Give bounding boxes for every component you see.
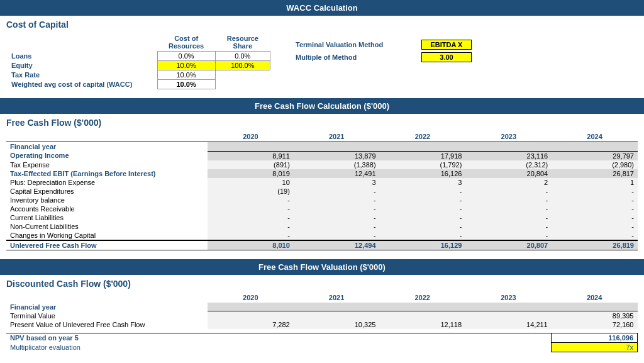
row-label: Present Value of Unlevered Free Cash Flo… — [6, 320, 208, 329]
multiple-value[interactable]: 3.00 — [421, 52, 472, 62]
unlevered-fcf-row: Unlevered Free Cash Flow 8,010 12,494 16… — [6, 240, 638, 250]
table-row: Inventory balance - - - - - — [6, 196, 638, 204]
cell-val: 20,807 — [465, 240, 552, 250]
table-row: Operating Income 8,911 13,879 17,918 23,… — [6, 151, 638, 160]
cell-val: 23,116 — [465, 151, 552, 160]
cell-val: 16,126 — [380, 169, 466, 178]
cell-val: 8,010 — [208, 240, 294, 250]
row-label-inventory: Inventory balance — [6, 196, 208, 204]
npv-value: 116,096 — [552, 333, 638, 342]
cell-val: 72,160 — [552, 320, 638, 329]
cell-val: 12,118 — [379, 320, 465, 329]
cell-val: 26,817 — [552, 169, 638, 178]
row-label: Terminal Value — [6, 311, 208, 321]
cell-val: - — [294, 204, 380, 213]
cell-val: - — [294, 187, 380, 196]
dcf-col-2024: 2024 — [552, 293, 638, 303]
dcf-col-2021: 2021 — [294, 293, 380, 303]
fcf-col-label — [6, 131, 208, 142]
row-label: Non-Current Liabilities — [6, 222, 208, 231]
cell-val: - — [465, 204, 552, 213]
cell-val: (19) — [208, 187, 294, 196]
wacc-col-share: Resource Share — [215, 33, 270, 52]
dcf-col-label — [6, 293, 208, 303]
multiple-row: Multiple of Method 3.00 — [296, 52, 638, 62]
cell-val: 13,879 — [294, 151, 380, 160]
cell-val: 12,494 — [294, 240, 380, 250]
cell-val: - — [294, 196, 380, 204]
cell-val: (1,388) — [294, 160, 380, 169]
cell-val: - — [294, 213, 380, 222]
cell-val: - — [380, 231, 466, 240]
cell-val: (2,312) — [465, 160, 552, 169]
fcf-col-2020: 2020 — [208, 131, 294, 142]
cell-val: 17,918 — [380, 151, 466, 160]
row-label: Weighted avg cost of capital (WACC) — [6, 80, 157, 89]
table-row: Financial year — [6, 303, 638, 311]
cell-val: - — [552, 213, 638, 222]
table-row: Current Liabilities - - - - - — [6, 213, 638, 222]
cell-val: - — [294, 231, 380, 240]
row-label: Loans — [6, 52, 157, 61]
fcf-col-2022: 2022 — [380, 131, 466, 142]
cell-val: - — [380, 187, 466, 196]
cell-val: - — [465, 213, 552, 222]
loans-cost[interactable]: 0.0% — [157, 52, 215, 61]
multiple-label: Multiple of Method — [296, 53, 421, 61]
cell-val: - — [552, 187, 638, 196]
terminal-method-label: Terminal Valuation Method — [296, 41, 421, 48]
table-row: Financial year — [6, 142, 638, 152]
row-label: Accounts Receivable — [6, 204, 208, 213]
equity-cost[interactable]: 10.0% — [157, 61, 215, 70]
terminal-method-value[interactable]: EBITDA X — [421, 40, 472, 50]
wacc-header: WACC Calculation — [0, 0, 644, 16]
wacc-cost[interactable]: 10.0% — [157, 80, 215, 89]
npv-label: NPV based on year 5 — [6, 333, 208, 342]
row-label: Tax-Effected EBIT (Earnings Before Inter… — [6, 169, 208, 178]
cell-val: 16,129 — [380, 240, 466, 250]
row-label: Changes in Working Capital — [6, 231, 208, 240]
fcf-title: Free Cash Flow ($'000) — [0, 114, 644, 129]
cell-val: - — [208, 231, 294, 240]
row-label: Capital Expenditures — [6, 187, 208, 196]
table-row: Equity 10.0% 100.0% — [6, 61, 270, 70]
fcf-col-2023: 2023 — [465, 131, 552, 142]
cell-val: 14,211 — [465, 320, 552, 329]
cell-val — [208, 311, 294, 321]
cell-val: 2 — [465, 178, 552, 187]
cell-val: 3 — [380, 178, 466, 187]
table-row: Tax-Effected EBIT (Earnings Before Inter… — [6, 169, 638, 178]
cell-val: 1 — [552, 178, 638, 187]
row-label: Current Liabilities — [6, 213, 208, 222]
cell-val: 10 — [208, 178, 294, 187]
terminal-method-row: Terminal Valuation Method EBITDA X — [296, 40, 638, 50]
cell-val: 8,911 — [208, 151, 294, 160]
table-row: Capital Expenditures (19) - - - - — [6, 187, 638, 196]
fcf-header: Free Cash Flow Calculation ($'000) — [0, 98, 644, 114]
cell-val: - — [465, 187, 552, 196]
table-row: Plus: Depreciation Expense 10 3 3 2 1 — [6, 178, 638, 187]
cell-val — [294, 311, 380, 321]
cell-val: 8,019 — [208, 169, 294, 178]
cell-val: - — [208, 204, 294, 213]
equity-share[interactable]: 100.0% — [215, 61, 270, 70]
taxrate-cost[interactable]: 10.0% — [157, 70, 215, 80]
row-label: Tax Rate — [6, 70, 157, 80]
cell-val: - — [465, 231, 552, 240]
dcf-col-2022: 2022 — [379, 293, 465, 303]
row-label: Unlevered Free Cash Flow — [6, 240, 208, 250]
cell-val: - — [208, 213, 294, 222]
mult-value[interactable]: 7x — [552, 342, 638, 352]
dcf-col-2020: 2020 — [208, 293, 294, 303]
cell-val: 29,797 — [552, 151, 638, 160]
table-row: Loans 0.0% 0.0% — [6, 52, 270, 61]
table-row: Tax Rate 10.0% — [6, 70, 270, 80]
table-row: Accounts Receivable - - - - - — [6, 204, 638, 213]
cell-val: (891) — [208, 160, 294, 169]
valuation-title: Discounted Cash Flow ($'000) — [0, 275, 644, 290]
wacc-right-panel: Terminal Valuation Method EBITDA X Multi… — [270, 33, 638, 65]
cell-val: - — [552, 204, 638, 213]
table-row: Present Value of Unlevered Free Cash Flo… — [6, 320, 638, 329]
npv-row: NPV based on year 5 116,096 — [6, 333, 638, 342]
loans-share[interactable]: 0.0% — [215, 52, 270, 61]
